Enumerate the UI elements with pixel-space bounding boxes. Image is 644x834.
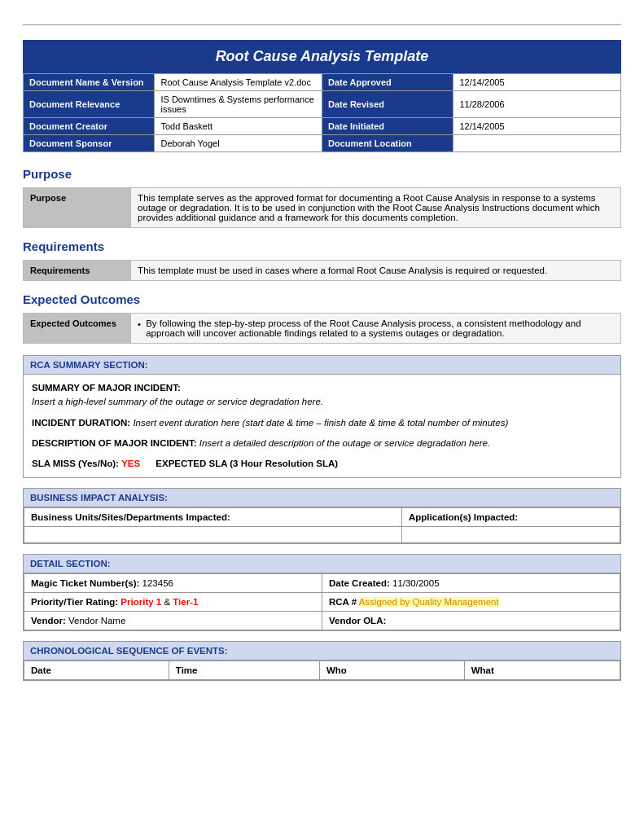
requirements-heading: Requirements [23, 239, 621, 253]
summary-text: Insert a high-level summary of the outag… [32, 397, 323, 406]
rca-value: Assigned by Quality Management [359, 597, 499, 607]
rca-label: RCA # [329, 597, 357, 607]
detail-body: Magic Ticket Number(s): 123456 Date Crea… [24, 573, 620, 630]
expected-outcomes-label: Expected Outcomes [24, 314, 131, 344]
chronological-body: DateTimeWhoWhat [24, 661, 620, 680]
expected-outcomes-content: • By following the step-by-step process … [131, 314, 621, 344]
vendor-cell: Vendor: Vendor Name [24, 612, 322, 630]
chron-table: DateTimeWhoWhat [24, 661, 620, 680]
info-value2: 12/14/2005 [453, 118, 621, 135]
requirements-label: Requirements [24, 261, 131, 281]
purpose-table: Purpose This template serves as the appr… [23, 187, 621, 228]
purpose-label: Purpose [24, 188, 131, 228]
detail-section: DETAIL SECTION: Magic Ticket Number(s): … [23, 554, 621, 631]
impact-empty-cell1 [24, 527, 402, 543]
info-label1: Document Relevance [24, 91, 155, 118]
info-row: Document Name & Version Root Cause Analy… [24, 74, 621, 91]
chronological-section: CHRONOLOGICAL SEQUENCE OF EVENTS: DateTi… [23, 641, 621, 681]
info-label2: Date Initiated [322, 118, 453, 135]
date-created-label: Date Created: [329, 578, 390, 588]
description-label: DESCRIPTION OF MAJOR INCIDENT: [32, 438, 197, 448]
rca-summary-body: SUMMARY OF MAJOR INCIDENT: Insert a high… [24, 375, 620, 477]
detail-row1: Magic Ticket Number(s): 123456 Date Crea… [24, 574, 620, 593]
main-title: Root Cause Analysis Template [23, 40, 621, 73]
business-impact-header: BUSINESS IMPACT ANALYSIS: [24, 489, 620, 507]
info-value1: Todd Baskett [155, 118, 322, 135]
info-row: Document Creator Todd Baskett Date Initi… [24, 118, 621, 135]
description-paragraph: DESCRIPTION OF MAJOR INCIDENT: Insert a … [32, 437, 612, 450]
info-value1: Root Cause Analysis Template v2.doc [155, 74, 322, 91]
vendor-ola-label: Vendor OLA: [329, 616, 386, 626]
requirements-content: This template must be used in cases wher… [131, 261, 621, 281]
expected-outcomes-bullet: By following the step-by-step process of… [146, 318, 614, 338]
date-created-cell: Date Created: 11/30/2005 [322, 574, 620, 593]
magic-ticket-label: Magic Ticket Number(s): [31, 578, 139, 588]
priority-label: Priority/Tier Rating: [31, 597, 118, 607]
business-impact-body: Business Units/Sites/Departments Impacte… [24, 507, 620, 543]
info-value2 [453, 135, 621, 152]
requirements-table: Requirements This template must be used … [23, 260, 621, 281]
impact-empty-cell2 [402, 527, 620, 543]
description-text: Insert a detailed description of the out… [199, 438, 490, 448]
info-table: Document Name & Version Root Cause Analy… [23, 73, 621, 152]
priority-value2: Tier-1 [173, 597, 198, 607]
summary-paragraph: SUMMARY OF MAJOR INCIDENT: Insert a high… [32, 381, 612, 410]
incident-text: Insert event duration here (start date &… [133, 418, 508, 428]
incident-paragraph: INCIDENT DURATION: Insert event duration… [32, 416, 612, 430]
vendor-value: Vendor Name [68, 616, 125, 626]
chron-col: Who [319, 661, 464, 680]
rca-summary-header: RCA SUMMARY SECTION: [24, 356, 620, 375]
info-value1: IS Downtimes & Systems performance issue… [155, 91, 322, 118]
impact-empty-row [24, 527, 620, 543]
priority-sep: & [164, 597, 173, 607]
priority-cell: Priority/Tier Rating: Priority 1 & Tier-… [24, 593, 322, 612]
expected-sla-label: EXPECTED SLA (3 Hour Resolution SLA) [156, 459, 338, 468]
info-label1: Document Sponsor [24, 135, 155, 152]
vendor-ola-cell: Vendor OLA: [322, 612, 620, 630]
info-label2: Document Location [322, 135, 453, 152]
info-label2: Date Approved [322, 74, 453, 91]
sla-value: YES [121, 459, 140, 468]
detail-table: Magic Ticket Number(s): 123456 Date Crea… [24, 573, 620, 630]
purpose-heading: Purpose [23, 167, 621, 181]
expected-outcomes-table: Expected Outcomes • By following the ste… [23, 313, 621, 344]
info-row: Document Relevance IS Downtimes & System… [24, 91, 621, 118]
top-divider [23, 24, 621, 25]
business-impact-section: BUSINESS IMPACT ANALYSIS: Business Units… [23, 488, 621, 544]
chron-col: Date [24, 661, 169, 680]
info-label1: Document Name & Version [24, 74, 155, 91]
info-row: Document Sponsor Deborah Yogel Document … [24, 135, 621, 152]
purpose-content: This template serves as the approved for… [131, 188, 621, 228]
vendor-label: Vendor: [31, 616, 66, 626]
info-value1: Deborah Yogel [155, 135, 322, 152]
impact-table: Business Units/Sites/Departments Impacte… [24, 507, 620, 543]
impact-col1: Business Units/Sites/Departments Impacte… [24, 508, 402, 527]
magic-ticket-cell: Magic Ticket Number(s): 123456 [24, 574, 322, 593]
summary-label: SUMMARY OF MAJOR INCIDENT: [32, 383, 181, 393]
chron-col: Time [169, 661, 319, 680]
rca-summary-section: RCA SUMMARY SECTION: SUMMARY OF MAJOR IN… [23, 355, 621, 478]
incident-label: INCIDENT DURATION: [32, 418, 130, 428]
info-value2: 11/28/2006 [453, 91, 621, 118]
detail-header: DETAIL SECTION: [24, 555, 620, 573]
rca-cell: RCA # Assigned by Quality Management [322, 593, 620, 612]
info-label1: Document Creator [24, 118, 155, 135]
sla-paragraph: SLA MISS (Yes/No): YES EXPECTED SLA (3 H… [32, 457, 612, 471]
detail-row2: Priority/Tier Rating: Priority 1 & Tier-… [24, 593, 620, 612]
expected-outcomes-heading: Expected Outcomes [23, 292, 621, 306]
detail-row3: Vendor: Vendor Name Vendor OLA: [24, 612, 620, 630]
info-label2: Date Revised [322, 91, 453, 118]
priority-value1: Priority 1 [120, 597, 161, 607]
date-created-value: 11/30/2005 [392, 578, 440, 588]
info-value2: 12/14/2005 [453, 74, 621, 91]
magic-ticket-value: 123456 [142, 578, 173, 588]
chron-col: What [464, 661, 620, 680]
bullet-icon: • [138, 319, 141, 329]
impact-col2: Application(s) Impacted: [402, 508, 620, 527]
chronological-header: CHRONOLOGICAL SEQUENCE OF EVENTS: [24, 642, 620, 661]
sla-label: SLA MISS (Yes/No): [32, 459, 119, 468]
